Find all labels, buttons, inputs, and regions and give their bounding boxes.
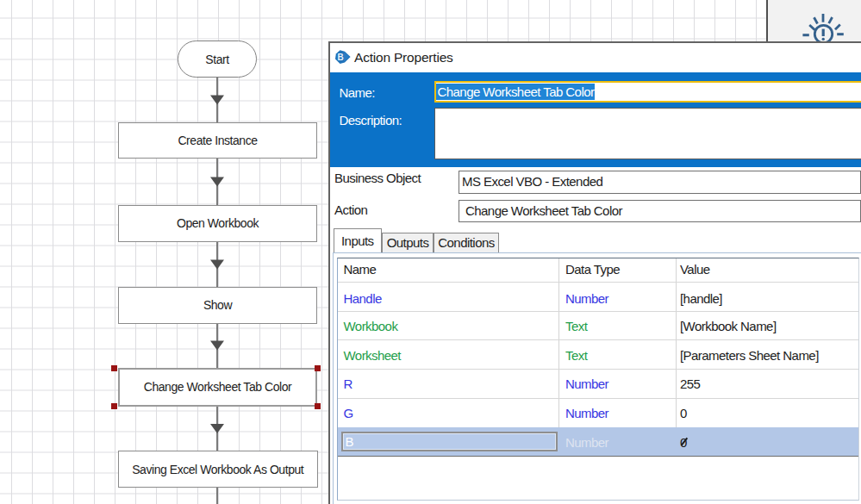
svg-text:B: B (337, 53, 343, 62)
